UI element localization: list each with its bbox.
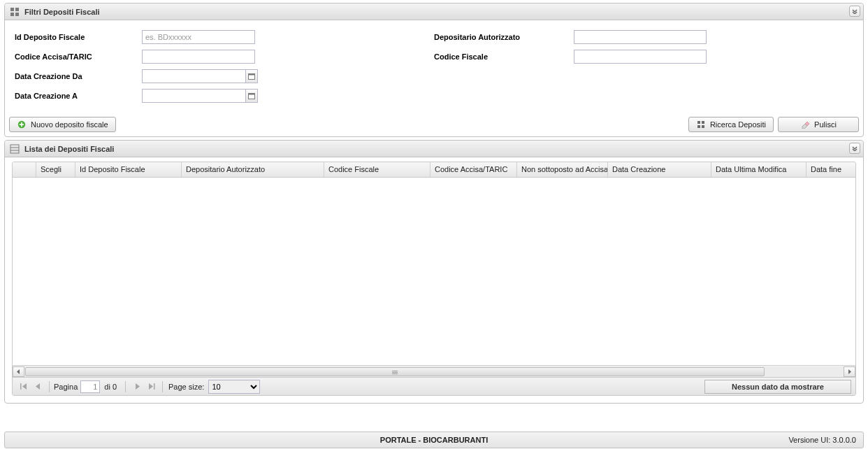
eraser-icon xyxy=(800,120,810,129)
nuovo-deposito-button[interactable]: Nuovo deposito fiscale xyxy=(9,117,116,132)
codice-accisa-label: Codice Accisa/TARIC xyxy=(15,52,142,61)
svg-rect-11 xyxy=(697,121,700,124)
data-creazione-a-label: Data Creazione A xyxy=(15,92,142,100)
nuovo-deposito-label: Nuovo deposito fiscale xyxy=(31,120,108,129)
first-page-button[interactable] xyxy=(17,380,30,393)
horizontal-scrollbar[interactable] xyxy=(13,365,855,377)
scroll-track[interactable] xyxy=(24,366,844,377)
pager-status: Nessun dato da mostrare xyxy=(704,380,851,394)
col-blank[interactable] xyxy=(13,162,36,177)
page-size-select[interactable]: 10 xyxy=(208,380,260,394)
grid-header-row: Scegli Id Deposito Fiscale Depositario A… xyxy=(13,162,855,178)
scroll-right-icon[interactable] xyxy=(844,366,855,377)
id-deposito-input[interactable] xyxy=(142,30,255,44)
svg-rect-22 xyxy=(20,383,22,390)
list-title: Lista dei Depositi Fiscali xyxy=(24,145,114,153)
svg-rect-10 xyxy=(20,124,24,125)
svg-rect-2 xyxy=(10,13,14,16)
svg-rect-1 xyxy=(15,8,19,11)
page-size-label: Page size: xyxy=(168,383,204,391)
collapse-list-button[interactable] xyxy=(849,143,860,154)
pulisci-label: Pulisci xyxy=(814,120,837,129)
depositario-input[interactable] xyxy=(574,30,707,44)
svg-marker-21 xyxy=(848,369,851,374)
pulisci-button[interactable]: Pulisci xyxy=(778,117,859,132)
grid: Scegli Id Deposito Fiscale Depositario A… xyxy=(12,162,856,396)
list-header: Lista dei Depositi Fiscali xyxy=(5,141,863,157)
list-panel: Lista dei Depositi Fiscali Scegli Id Dep… xyxy=(4,140,864,404)
col-data-fine[interactable]: Data fine xyxy=(806,162,855,177)
codice-fiscale-input[interactable] xyxy=(574,50,707,64)
data-creazione-a-input[interactable] xyxy=(142,89,245,103)
svg-rect-0 xyxy=(10,8,14,11)
col-data-creazione[interactable]: Data Creazione xyxy=(608,162,711,177)
filters-panel: Filtri Depositi Fiscali Id Deposito Fisc… xyxy=(4,3,864,137)
col-codice-fiscale[interactable]: Codice Fiscale xyxy=(324,162,431,177)
svg-marker-20 xyxy=(17,369,20,374)
data-creazione-da-label: Data Creazione Da xyxy=(15,72,142,80)
last-page-button[interactable] xyxy=(145,380,157,393)
svg-rect-7 xyxy=(249,94,255,95)
ricerca-depositi-label: Ricerca Depositi xyxy=(710,120,766,129)
next-page-button[interactable] xyxy=(131,380,143,393)
svg-rect-5 xyxy=(249,74,255,76)
list-icon xyxy=(9,143,20,155)
svg-rect-3 xyxy=(15,13,19,16)
page-label: Pagina xyxy=(54,383,78,391)
grid-icon xyxy=(696,120,706,129)
codice-accisa-input[interactable] xyxy=(142,50,255,64)
svg-marker-24 xyxy=(36,383,40,390)
id-deposito-label: Id Deposito Fiscale xyxy=(15,33,142,41)
filter-icon xyxy=(9,6,20,17)
col-id-deposito[interactable]: Id Deposito Fiscale xyxy=(75,162,182,177)
svg-marker-23 xyxy=(22,383,27,390)
svg-rect-17 xyxy=(10,145,19,153)
prev-page-button[interactable] xyxy=(31,380,44,393)
scroll-thumb[interactable] xyxy=(25,367,765,376)
svg-rect-27 xyxy=(154,383,155,390)
footer-title: PORTALE - BIOCARBURANTI xyxy=(380,436,488,444)
data-creazione-da-input[interactable] xyxy=(142,69,245,83)
collapse-filters-button[interactable] xyxy=(849,6,860,17)
depositario-label: Depositario Autorizzato xyxy=(434,33,574,41)
footer-version: Versione UI: 3.0.0.0 xyxy=(788,436,856,444)
codice-fiscale-label: Codice Fiscale xyxy=(434,52,574,61)
col-non-sottoposto[interactable]: Non sottoposto ad Accisa xyxy=(517,162,608,177)
col-scegli[interactable]: Scegli xyxy=(36,162,75,177)
page-of-label: di 0 xyxy=(104,383,117,391)
ricerca-depositi-button[interactable]: Ricerca Depositi xyxy=(688,117,774,132)
add-icon xyxy=(17,120,27,129)
grid-body xyxy=(13,178,855,365)
svg-rect-13 xyxy=(697,125,700,128)
calendar-icon[interactable] xyxy=(245,89,258,103)
col-depositario[interactable]: Depositario Autorizzato xyxy=(182,162,324,177)
filters-title: Filtri Depositi Fiscali xyxy=(24,8,100,16)
page-number-input[interactable] xyxy=(80,380,100,393)
svg-marker-26 xyxy=(149,383,153,390)
pager: Pagina di 0 Page size: 10 Nessun dato da… xyxy=(13,377,855,395)
svg-rect-12 xyxy=(702,121,704,124)
footer-bar: PORTALE - BIOCARBURANTI Versione UI: 3.0… xyxy=(4,432,864,448)
col-data-ultima-modifica[interactable]: Data Ultima Modifica xyxy=(711,162,806,177)
filters-header: Filtri Depositi Fiscali xyxy=(5,3,863,20)
scroll-left-icon[interactable] xyxy=(13,366,24,377)
calendar-icon[interactable] xyxy=(245,69,258,83)
col-codice-accisa[interactable]: Codice Accisa/TARIC xyxy=(431,162,517,177)
svg-rect-14 xyxy=(702,125,704,128)
svg-marker-25 xyxy=(136,383,140,390)
